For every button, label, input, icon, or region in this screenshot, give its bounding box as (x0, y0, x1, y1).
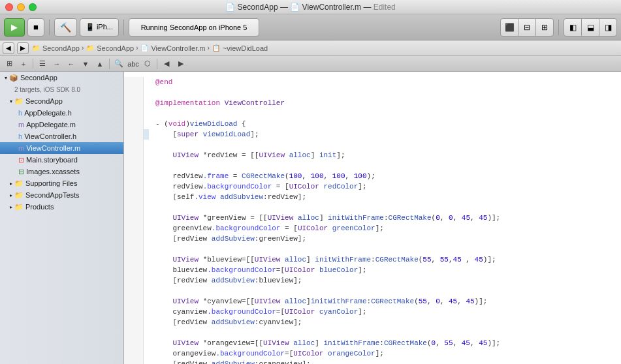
back-btn[interactable]: ◀ (3, 42, 14, 54)
code-line: greenView.backgroundColor = [UIColor gre… (124, 223, 621, 234)
toggle-comments-btn[interactable]: ☰ (36, 57, 49, 70)
sidebar-root[interactable]: ▾ 📦 SecondApp (0, 72, 123, 83)
sidebar-item-viewcontroller-m[interactable]: m ViewController.m (0, 142, 123, 154)
maximize-button[interactable] (29, 3, 37, 11)
breadcrumb-file[interactable]: ViewController.m (151, 44, 205, 52)
folder-supporting-icon: 📁 (14, 179, 24, 188)
code-line: [redView addSubview:orangeview]; (124, 359, 621, 364)
nav-prev-btn[interactable]: ◀ (160, 57, 173, 70)
device-selector: 📱 iPh... (80, 18, 119, 37)
sidebar-item-appdelegate-m[interactable]: m AppDelegate.m (0, 119, 123, 130)
version-editor-btn[interactable]: ⊞ (535, 18, 554, 37)
indent-left-btn[interactable]: ← (65, 57, 78, 70)
code-line: [self.view addSubview:redView]; (124, 192, 621, 202)
folder-tests-icon: 📁 (14, 191, 24, 200)
sidebar: ▾ 📦 SecondApp 2 targets, iOS SDK 8.0 ▾ 📁… (0, 72, 124, 364)
storyboard-label: Main.storyboard (26, 156, 78, 164)
root-label: SecondApp (20, 74, 57, 82)
unfold-btn[interactable]: ▲ (93, 57, 106, 70)
sidebar-item-appdelegate-h[interactable]: h AppDelegate.h (0, 107, 123, 119)
spelling-btn[interactable]: abc (127, 57, 140, 70)
supporting-label: Supporting Files (25, 179, 78, 187)
sidebar-group-secondapp[interactable]: ▾ 📁 SecondApp (0, 95, 123, 107)
storyboard-icon: ⊡ (18, 156, 24, 164)
sidebar-item-main-storyboard[interactable]: ⊡ Main.storyboard (0, 154, 123, 166)
breadcrumb-folder-icon: 📁 (31, 44, 40, 53)
navigator-btn[interactable]: ◧ (564, 18, 582, 37)
sidebar-group-tests[interactable]: ▸ 📁 SecondAppTests (0, 189, 123, 201)
code-editor[interactable]: @end @implementation ViewController - (v… (124, 72, 621, 364)
breadcrumb-method-icon: 📋 (212, 44, 221, 53)
code-line: [redView addSubview:greenView]; (124, 234, 621, 244)
m-file-icon-2: m (18, 144, 24, 152)
code-line (124, 140, 621, 150)
breadcrumb-project[interactable]: SecondApp (42, 44, 80, 52)
assistant-editor-btn[interactable]: ⊟ (518, 18, 536, 37)
group-arrow: ▾ (8, 99, 14, 104)
code-line: [super viewDidLoad]; (124, 129, 621, 140)
code-line: blueview.backgroundColor=[UIColor blueCo… (124, 265, 621, 275)
code-line: UIView *orangeview=[[UIView alloc] initW… (124, 338, 621, 348)
file-label-m: AppDelegate.m (26, 121, 76, 129)
play-button[interactable]: ▶ (4, 18, 25, 37)
code-line: - (void)viewDidLoad { (124, 119, 621, 129)
minimize-button[interactable] (17, 3, 25, 11)
code-line: cyanview.backgroundColor=[UIColor cyanCo… (124, 307, 621, 317)
code-line (124, 108, 621, 119)
debug-btn[interactable]: ⬓ (581, 18, 599, 37)
st-sep-3 (157, 59, 157, 69)
stop-button[interactable]: ■ (27, 18, 44, 37)
root-arrow: ▾ (3, 75, 9, 81)
sidebar-group-products[interactable]: ▸ 📁 Products (0, 201, 123, 213)
code-line: UIView *blueview=[[UIView alloc] initWit… (124, 254, 621, 265)
assets-icon: ⊟ (18, 168, 24, 176)
add-file-btn[interactable]: + (17, 57, 30, 70)
file-label: AppDelegate.h (24, 109, 72, 117)
indent-right-btn[interactable]: → (50, 57, 63, 70)
titlebar: 📄 SecondApp — 📄 ViewController.m — Edite… (0, 0, 621, 14)
breadcrumb-file-icon: 📄 (140, 44, 149, 53)
fold-btn[interactable]: ▼ (79, 57, 92, 70)
scheme-selector[interactable]: Running SecondApp on iPhone 5 (129, 18, 259, 37)
project-icon: 📦 (9, 74, 18, 82)
nav-next-btn[interactable]: ▶ (174, 57, 187, 70)
sidebar-item-viewcontroller-h[interactable]: h ViewController.h (0, 130, 123, 142)
breadcrumb-group[interactable]: SecondApp (97, 44, 134, 52)
m-file-icon: m (18, 121, 24, 129)
folder-yellow-icon: 📁 (14, 97, 24, 106)
sidebar-item-images-xcassets[interactable]: ⊟ Images.xcassets (0, 166, 123, 177)
products-label: Products (25, 203, 54, 211)
sidebar-root-subtitle: 2 targets, iOS SDK 8.0 (0, 83, 123, 95)
breadcrumb-method[interactable]: ~viewDidLoad (223, 44, 268, 52)
close-button[interactable] (5, 3, 13, 11)
forward-btn[interactable]: ▶ (17, 42, 29, 54)
breakpoints-btn[interactable]: ⬡ (141, 57, 154, 70)
code-line: redView.backgroundColor = [UIColor redCo… (124, 181, 621, 192)
code-line: UIView *greenView = [[UIView alloc] init… (124, 213, 621, 223)
breadcrumb-folder2-icon: 📁 (86, 44, 95, 53)
st-sep-1 (33, 59, 33, 69)
code-line: UIView *cyanview=[[UIView alloc]initWith… (124, 296, 621, 307)
code-line: [redView addSubview:blueview]; (124, 275, 621, 286)
breadcrumb: 📁 SecondApp › 📁 SecondApp › 📄 ViewContro… (31, 44, 268, 53)
window-controls[interactable] (5, 3, 37, 11)
utilities-btn[interactable]: ◨ (599, 18, 617, 37)
products-arrow: ▸ (8, 204, 14, 210)
code-line: orangeview.backgroundColor=[UIColor oran… (124, 348, 621, 359)
jump-bar-btn[interactable]: ⊞ (3, 57, 16, 70)
file-label-vh: ViewController.h (24, 132, 76, 140)
tests-label: SecondAppTests (25, 191, 80, 199)
code-line (124, 87, 621, 98)
title-icon: 📄 (225, 3, 237, 12)
find-btn[interactable]: 🔍 (112, 57, 125, 70)
standard-editor-btn[interactable]: ⬛ (500, 18, 518, 37)
sidebar-group-supporting-files[interactable]: ▸ 📁 Supporting Files (0, 177, 123, 189)
group-label: SecondApp (25, 97, 63, 105)
code-line: UIView *redView = [[UIView alloc] init]; (124, 150, 621, 160)
file-label-vm: ViewController.m (26, 144, 80, 152)
view-group: ◧ ⬓ ◨ (564, 18, 617, 37)
second-toolbar: ⊞ + ☰ → ← ▼ ▲ 🔍 abc ⬡ ◀ ▶ (0, 56, 621, 72)
code-line (124, 286, 621, 296)
code-line (124, 202, 621, 213)
supporting-arrow: ▸ (8, 181, 14, 187)
